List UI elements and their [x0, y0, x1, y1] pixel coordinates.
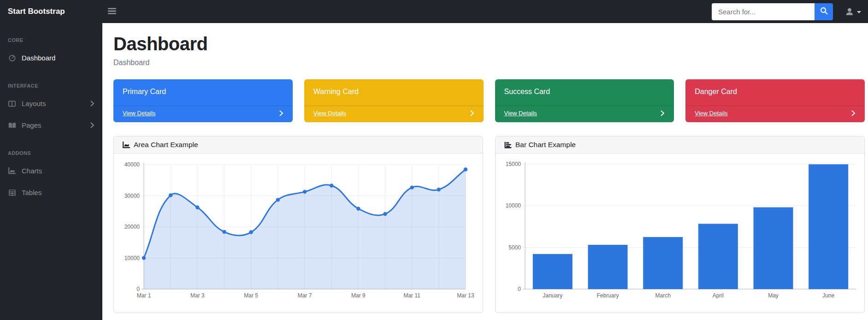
sidebar-item-label: Dashboard [22, 54, 55, 62]
data-point[interactable] [330, 184, 333, 187]
data-point[interactable] [195, 206, 199, 209]
chart-card-body: 010000200003000040000Mar 1Mar 3Mar 5Mar … [114, 154, 483, 313]
data-point[interactable] [249, 230, 253, 234]
stat-card-warning-card: Warning CardView Details [304, 79, 484, 122]
chevron-right-icon[interactable] [661, 110, 665, 116]
data-point[interactable] [410, 185, 413, 189]
chevron-right-icon[interactable] [470, 110, 474, 116]
data-point[interactable] [303, 190, 307, 194]
chart-area-icon [123, 142, 130, 148]
chart-cards-row: Area Chart Example010000200003000040000M… [113, 136, 865, 313]
page-title: Dashboard [113, 34, 865, 54]
svg-text:Mar 13: Mar 13 [457, 292, 474, 299]
book-open-icon [8, 122, 16, 129]
sidebar-heading-interface: INTERFACE [0, 69, 102, 93]
data-point[interactable] [169, 193, 172, 197]
data-point[interactable] [437, 188, 441, 191]
chart-card-bar-chart-example: Bar Chart Example050001000015000JanuaryF… [495, 136, 865, 313]
view-details-link[interactable]: View Details [695, 110, 727, 117]
sidebar-heading-addons: ADDONS [0, 136, 102, 160]
sidebar-item-layouts[interactable]: Layouts [0, 93, 102, 114]
bar-june[interactable] [809, 164, 848, 289]
svg-text:10000: 10000 [506, 202, 521, 209]
data-point[interactable] [222, 230, 226, 234]
view-details-link[interactable]: View Details [504, 110, 537, 117]
stat-card-footer: View Details [113, 106, 293, 120]
sidebar-item-label: Charts [22, 167, 42, 175]
svg-text:15000: 15000 [506, 161, 521, 167]
sidebar-item-label: Tables [22, 189, 41, 196]
brand-logo[interactable]: Start Bootstrap [0, 7, 102, 16]
user-menu-dropdown[interactable] [845, 7, 861, 16]
sidebar-nav: COREDashboardINTERFACELayoutsPagesADDONS… [0, 23, 102, 320]
svg-text:Mar 3: Mar 3 [190, 292, 205, 299]
stat-card-success-card: Success CardView Details [495, 79, 674, 122]
sidebar-item-pages[interactable]: Pages [0, 114, 102, 136]
bar-march[interactable] [643, 237, 683, 289]
sidebar-toggle-button[interactable] [103, 5, 121, 18]
bar-may[interactable] [754, 207, 793, 289]
data-point[interactable] [464, 167, 467, 171]
stat-card-primary-card: Primary CardView Details [113, 79, 293, 122]
chevron-right-icon[interactable] [279, 110, 283, 116]
search-input[interactable] [712, 3, 815, 20]
data-point[interactable] [356, 207, 360, 210]
chart-card-header: Bar Chart Example [496, 136, 864, 154]
bar-chart-grid [523, 162, 856, 289]
svg-text:5000: 5000 [508, 244, 521, 251]
svg-text:June: June [822, 292, 834, 299]
sidebar-item-label: Pages [22, 121, 41, 129]
user-icon [845, 7, 854, 16]
tachometer-icon [8, 54, 16, 61]
data-point[interactable] [276, 198, 280, 201]
stat-cards-row: Primary CardView DetailsWarning CardView… [113, 79, 865, 122]
search-form [712, 3, 833, 20]
stat-card-danger-card: Danger CardView Details [685, 79, 865, 122]
data-point[interactable] [142, 256, 146, 260]
chart-card-header: Area Chart Example [114, 136, 483, 154]
sidebar-item-tables[interactable]: Tables [0, 182, 102, 203]
data-point[interactable] [383, 212, 387, 216]
svg-text:0: 0 [518, 286, 521, 292]
stat-card-title: Danger Card [685, 79, 865, 106]
top-navbar: Start Bootstrap [0, 0, 868, 23]
chevron-right-icon [90, 101, 94, 107]
view-details-link[interactable]: View Details [313, 110, 346, 117]
chart-card-title: Bar Chart Example [515, 141, 576, 149]
stat-card-footer: View Details [495, 106, 674, 120]
stat-card-title: Success Card [495, 79, 674, 106]
bar-february[interactable] [588, 245, 628, 289]
breadcrumb: Dashboard [113, 59, 865, 67]
stat-card-title: Primary Card [113, 79, 293, 106]
svg-text:Mar 7: Mar 7 [298, 292, 312, 299]
svg-text:February: February [596, 292, 619, 299]
stat-card-title: Warning Card [304, 79, 484, 106]
bars-icon [108, 8, 116, 16]
bar-april[interactable] [698, 224, 738, 289]
svg-text:Mar 5: Mar 5 [244, 292, 258, 299]
stat-card-footer: View Details [685, 106, 865, 120]
svg-text:0: 0 [136, 286, 140, 292]
svg-text:Mar 9: Mar 9 [351, 292, 366, 299]
chart-card-title: Area Chart Example [134, 141, 198, 149]
sidebar-item-dashboard[interactable]: Dashboard [0, 47, 102, 69]
search-button[interactable] [815, 3, 833, 20]
sidebar-item-label: Layouts [22, 100, 46, 107]
sidebar-heading-core: CORE [0, 23, 102, 47]
chart-bar-icon [504, 142, 512, 148]
sidebar-item-charts[interactable]: Charts [0, 160, 102, 182]
chevron-right-icon[interactable] [851, 110, 856, 116]
bar-january[interactable] [533, 254, 573, 289]
chevron-right-icon [90, 122, 94, 128]
view-details-link[interactable]: View Details [123, 110, 155, 117]
svg-text:Mar 11: Mar 11 [403, 292, 420, 299]
area-chart-example-canvas: 010000200003000040000Mar 1Mar 3Mar 5Mar … [121, 161, 475, 305]
table-icon [8, 190, 16, 196]
svg-text:10000: 10000 [124, 255, 140, 261]
caret-down-icon [857, 11, 861, 13]
svg-text:Mar 1: Mar 1 [137, 292, 151, 299]
chart-card-body: 050001000015000JanuaryFebruaryMarchApril… [496, 154, 864, 313]
chart-area-icon [8, 167, 16, 174]
svg-text:January: January [543, 292, 562, 299]
stat-card-footer: View Details [304, 106, 484, 120]
